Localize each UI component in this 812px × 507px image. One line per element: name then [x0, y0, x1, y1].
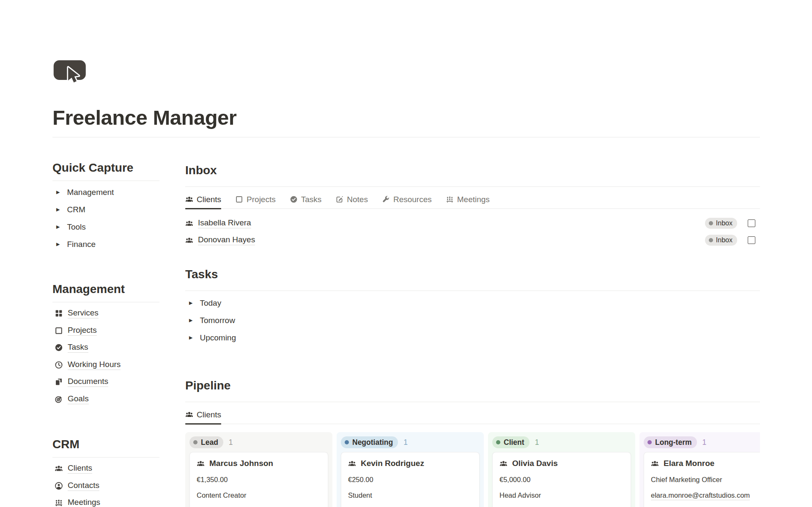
- card-description: Student: [348, 491, 472, 499]
- tab-tasks[interactable]: Tasks: [290, 190, 322, 208]
- sidebar-item-label: Clients: [68, 463, 92, 474]
- sidebar-item-services[interactable]: Services: [52, 305, 159, 322]
- tab-projects[interactable]: Projects: [235, 190, 276, 208]
- client-name-link[interactable]: Donovan Hayes: [198, 235, 255, 245]
- people-icon: [348, 460, 356, 468]
- tab-resources[interactable]: Resources: [382, 190, 432, 208]
- people-icon: [185, 411, 193, 419]
- toggle-label: Today: [200, 299, 221, 308]
- toggle-label: Management: [67, 188, 114, 197]
- tab-label: Clients: [197, 410, 221, 419]
- sidebar-item-label: Working Hours: [68, 360, 121, 370]
- tab-meetings[interactable]: Meetings: [446, 190, 490, 208]
- sidebar-heading-management: Management: [52, 282, 159, 296]
- pipeline-card[interactable]: Elara Monroe Chief Marketing Officer ela…: [644, 452, 760, 507]
- sidebar: Quick Capture ▶ Management ▶ CRM ▶ Tools…: [52, 137, 159, 507]
- tab-label: Projects: [247, 195, 276, 204]
- target-icon: [55, 395, 63, 403]
- status-badge: Inbox: [705, 218, 737, 229]
- tab-label: Meetings: [457, 195, 490, 204]
- card-email-link[interactable]: elara.monroe@craftstudios.com: [651, 491, 750, 500]
- meeting-icon: [55, 499, 63, 507]
- card-value: €250.00: [348, 476, 472, 484]
- card-description: Head Advisor: [499, 491, 624, 499]
- status-pill-lead[interactable]: Lead: [189, 436, 223, 448]
- list-item[interactable]: Donovan Hayes Inbox: [185, 232, 760, 249]
- crm-links: Clients Contacts Meetings: [52, 460, 159, 507]
- meeting-icon: [446, 195, 454, 203]
- sidebar-item-tasks[interactable]: Tasks: [52, 339, 159, 356]
- cursor-button-icon: [52, 59, 88, 91]
- toggle-triangle-icon: ▶: [56, 225, 60, 229]
- pipeline-card[interactable]: Kevin Rodriguez €250.00 Student: [341, 452, 480, 507]
- sidebar-item-goals[interactable]: Goals: [52, 391, 159, 408]
- tasks-heading: Tasks: [185, 268, 760, 281]
- toggle-today[interactable]: ▶ Today: [185, 294, 760, 312]
- status-label: Negotiating: [352, 438, 393, 447]
- column-count: 1: [403, 438, 408, 447]
- checkbox[interactable]: [748, 236, 755, 244]
- wrench-icon: [382, 195, 390, 203]
- toggle-triangle-icon: ▶: [56, 242, 60, 247]
- tab-clients[interactable]: Clients: [185, 190, 221, 208]
- sidebar-item-documents[interactable]: Documents: [52, 373, 159, 391]
- badge-label: Inbox: [716, 219, 732, 227]
- sidebar-item-projects[interactable]: Projects: [52, 322, 159, 340]
- tab-label: Tasks: [301, 195, 322, 204]
- pipeline-card[interactable]: Marcus Johnson €1,350.00 Content Creator: [189, 452, 328, 507]
- note-icon: [335, 195, 343, 203]
- toggle-tomorrow[interactable]: ▶ Tomorrow: [185, 312, 760, 329]
- divider: [52, 181, 159, 181]
- grid-icon: [55, 309, 63, 318]
- checkbox[interactable]: [748, 219, 755, 227]
- divider: [52, 302, 159, 302]
- documents-icon: [55, 378, 63, 386]
- people-icon: [197, 460, 205, 468]
- status-pill-client[interactable]: Client: [492, 436, 529, 448]
- sidebar-item-label: Projects: [68, 326, 97, 336]
- divider: [185, 290, 760, 291]
- column-count: 1: [535, 438, 539, 447]
- tab-pipeline-clients[interactable]: Clients: [185, 406, 221, 424]
- sidebar-item-contacts[interactable]: Contacts: [52, 477, 159, 495]
- quick-capture-toggles: ▶ Management ▶ CRM ▶ Tools ▶ Finance: [52, 184, 159, 253]
- tab-label: Notes: [347, 195, 368, 204]
- toggle-label: Tools: [67, 222, 85, 232]
- status-pill-negotiating[interactable]: Negotiating: [341, 436, 398, 448]
- sidebar-item-label: Meetings: [68, 498, 100, 507]
- check-circle-icon: [55, 343, 63, 352]
- people-icon: [185, 236, 193, 244]
- sidebar-item-working-hours[interactable]: Working Hours: [52, 356, 159, 374]
- tab-notes[interactable]: Notes: [335, 190, 368, 208]
- toggle-triangle-icon: ▶: [189, 335, 192, 340]
- toggle-management[interactable]: ▶ Management: [52, 184, 159, 201]
- pipeline-card[interactable]: Olivia Davis €5,000.00 Head Advisor: [492, 452, 631, 507]
- card-description: Content Creator: [197, 491, 321, 499]
- sidebar-item-clients[interactable]: Clients: [52, 460, 159, 477]
- clock-icon: [55, 361, 63, 369]
- toggle-label: Tomorrow: [200, 316, 235, 325]
- divider: [185, 186, 760, 187]
- toggle-label: CRM: [67, 205, 85, 214]
- toggle-finance[interactable]: ▶ Finance: [52, 236, 159, 253]
- toggle-tools[interactable]: ▶ Tools: [52, 218, 159, 236]
- board-column-long-term: Long-term 1 Elara Monroe Chief Marketing…: [639, 432, 760, 507]
- status-badge: Inbox: [705, 235, 737, 246]
- pipeline-heading: Pipeline: [185, 379, 760, 392]
- toggle-label: Finance: [67, 240, 96, 249]
- column-count: 1: [702, 438, 707, 447]
- sidebar-item-meetings[interactable]: Meetings: [52, 494, 159, 507]
- person-circle-icon: [55, 482, 63, 490]
- status-label: Client: [504, 438, 524, 447]
- toggle-triangle-icon: ▶: [56, 190, 60, 195]
- status-pill-long-term[interactable]: Long-term: [644, 436, 697, 448]
- client-name-link[interactable]: Isabella Rivera: [198, 218, 251, 228]
- inbox-list: Isabella Rivera Inbox Donovan Hayes: [185, 215, 760, 249]
- toggle-crm[interactable]: ▶ CRM: [52, 201, 159, 218]
- list-item[interactable]: Isabella Rivera Inbox: [185, 215, 760, 232]
- divider: [185, 402, 760, 402]
- management-links: Services Projects Tasks Working Hours Do…: [52, 305, 159, 408]
- badge-label: Inbox: [716, 236, 732, 244]
- pipeline-tabs: Clients: [185, 406, 760, 424]
- toggle-upcoming[interactable]: ▶ Upcoming: [185, 329, 760, 346]
